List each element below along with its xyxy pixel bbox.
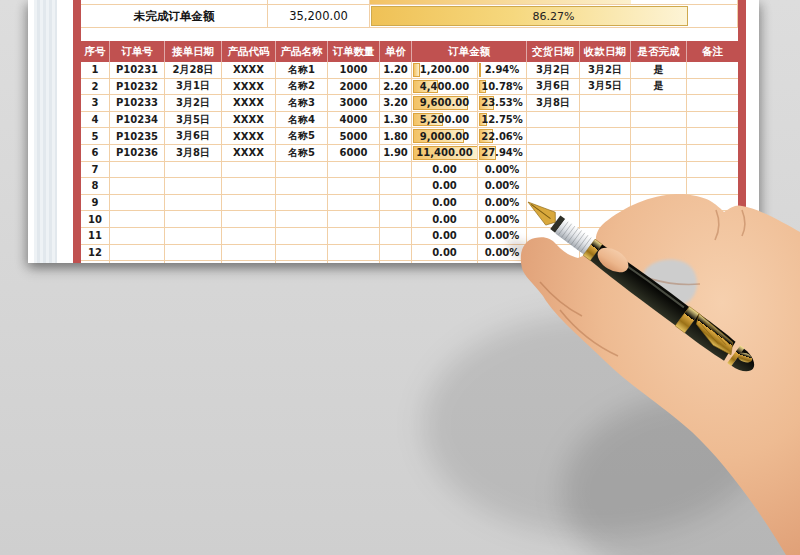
cell-code[interactable]: XXXX xyxy=(222,79,276,96)
cell-payment[interactable] xyxy=(580,211,631,228)
cell-done[interactable]: 是 xyxy=(631,79,687,96)
cell-done[interactable] xyxy=(631,178,687,195)
cell-done[interactable] xyxy=(631,195,687,212)
cell-code[interactable] xyxy=(222,245,276,262)
cell-delivery[interactable] xyxy=(527,145,580,162)
cell-code[interactable]: XXXX xyxy=(222,62,276,79)
cell-delivery[interactable] xyxy=(527,178,580,195)
cell-payment[interactable] xyxy=(580,162,631,179)
cell-pct[interactable]: 0.00% xyxy=(478,178,527,195)
cell-delivery[interactable] xyxy=(527,162,580,179)
cell-amount[interactable]: 9,000.00 xyxy=(412,128,478,145)
cell-code[interactable] xyxy=(222,162,276,179)
cell-order[interactable] xyxy=(110,195,165,212)
cell-date[interactable] xyxy=(165,261,222,263)
cell-payment[interactable] xyxy=(580,145,631,162)
cell-price[interactable]: 1.30 xyxy=(380,112,412,129)
cell-no[interactable]: 1 xyxy=(81,62,110,79)
cell-payment[interactable] xyxy=(580,128,631,145)
cell-amount[interactable]: 0.00 xyxy=(412,261,478,263)
cell-delivery[interactable] xyxy=(527,228,580,245)
cell-amount[interactable]: 0.00 xyxy=(412,162,478,179)
cell-qty[interactable]: 3000 xyxy=(328,95,380,112)
cell-name[interactable] xyxy=(276,245,328,262)
cell-amount[interactable]: 0.00 xyxy=(412,228,478,245)
cell-delivery[interactable]: 3月6日 xyxy=(527,79,580,96)
cell-no[interactable]: 9 xyxy=(81,195,110,212)
summary-label-cell[interactable]: 未完成订单金额 xyxy=(81,5,268,27)
cell-no[interactable]: 8 xyxy=(81,178,110,195)
cell-no[interactable]: 3 xyxy=(81,95,110,112)
cell-delivery[interactable] xyxy=(527,195,580,212)
cell-no[interactable]: 13 xyxy=(81,261,110,263)
header-cell[interactable]: 是否完成 xyxy=(631,41,687,62)
cell-pct[interactable]: 0.00% xyxy=(478,162,527,179)
cell-price[interactable] xyxy=(380,162,412,179)
header-cell[interactable]: 交货日期 xyxy=(527,41,580,62)
cell-no[interactable]: 2 xyxy=(81,79,110,96)
cell-qty[interactable]: 2000 xyxy=(328,79,380,96)
cell-pct[interactable]: 2.94% xyxy=(478,62,527,79)
cell-pct[interactable]: 0.00% xyxy=(478,228,527,245)
cell-note[interactable] xyxy=(687,145,738,162)
cell-code[interactable] xyxy=(222,195,276,212)
cell-no[interactable]: 11 xyxy=(81,228,110,245)
cell-note[interactable] xyxy=(687,95,738,112)
cell-code[interactable] xyxy=(222,261,276,263)
cell-pct[interactable]: 0.00% xyxy=(478,195,527,212)
cell-pct[interactable]: 10.78% xyxy=(478,79,527,96)
cell-name[interactable]: 名称5 xyxy=(276,128,328,145)
cell-pct[interactable]: 0.00% xyxy=(478,245,527,262)
cell-order[interactable]: P10233 xyxy=(110,95,165,112)
cell-amount[interactable]: 0.00 xyxy=(412,178,478,195)
cell-date[interactable]: 3月2日 xyxy=(165,95,222,112)
cell-pct[interactable]: 0.00% xyxy=(478,211,527,228)
cell-price[interactable] xyxy=(380,261,412,263)
cell-order[interactable] xyxy=(110,261,165,263)
cell-qty[interactable]: 1000 xyxy=(328,62,380,79)
cell-order[interactable] xyxy=(110,162,165,179)
cell-qty[interactable] xyxy=(328,178,380,195)
cell-pct[interactable]: 23.53% xyxy=(478,95,527,112)
cell-price[interactable] xyxy=(380,178,412,195)
cell-note[interactable] xyxy=(687,112,738,129)
header-cell[interactable]: 序号 xyxy=(81,41,110,62)
cell-code[interactable] xyxy=(222,228,276,245)
cell-name[interactable] xyxy=(276,228,328,245)
cell-name[interactable]: 名称4 xyxy=(276,112,328,129)
cell-payment[interactable] xyxy=(580,95,631,112)
cell-date[interactable]: 2月28日 xyxy=(165,62,222,79)
cell-price[interactable] xyxy=(380,228,412,245)
cell-code[interactable] xyxy=(222,211,276,228)
header-cell[interactable]: 单价 xyxy=(380,41,412,62)
cell-done[interactable]: 是 xyxy=(631,62,687,79)
cell-date[interactable]: 3月8日 xyxy=(165,145,222,162)
cell-name[interactable] xyxy=(276,178,328,195)
cell-name[interactable]: 名称5 xyxy=(276,145,328,162)
cell-name[interactable] xyxy=(276,211,328,228)
cell-price[interactable]: 3.20 xyxy=(380,95,412,112)
header-cell[interactable]: 备注 xyxy=(687,41,738,62)
cell-price[interactable]: 2.20 xyxy=(380,79,412,96)
cell-name[interactable]: 名称1 xyxy=(276,62,328,79)
header-cell[interactable]: 订单金额 xyxy=(412,41,527,62)
cell-price[interactable] xyxy=(380,195,412,212)
cell-order[interactable]: P10232 xyxy=(110,79,165,96)
header-cell[interactable]: 订单数量 xyxy=(328,41,380,62)
cell-delivery[interactable] xyxy=(527,128,580,145)
cell-no[interactable]: 6 xyxy=(81,145,110,162)
cell-order[interactable]: P10231 xyxy=(110,62,165,79)
cell-qty[interactable]: 5000 xyxy=(328,128,380,145)
cell-pct[interactable]: 27.94% xyxy=(478,145,527,162)
cell-payment[interactable]: 3月2日 xyxy=(580,62,631,79)
cell-date[interactable] xyxy=(165,162,222,179)
cell-price[interactable] xyxy=(380,245,412,262)
cell-amount[interactable]: 0.00 xyxy=(412,195,478,212)
cell-qty[interactable] xyxy=(328,228,380,245)
summary-progress-cell[interactable]: 86.27% xyxy=(370,5,738,27)
cell-payment[interactable] xyxy=(580,228,631,245)
cell-done[interactable] xyxy=(631,95,687,112)
cell-order[interactable] xyxy=(110,245,165,262)
cell-amount[interactable]: 0.00 xyxy=(412,245,478,262)
cell-note[interactable] xyxy=(687,261,738,263)
